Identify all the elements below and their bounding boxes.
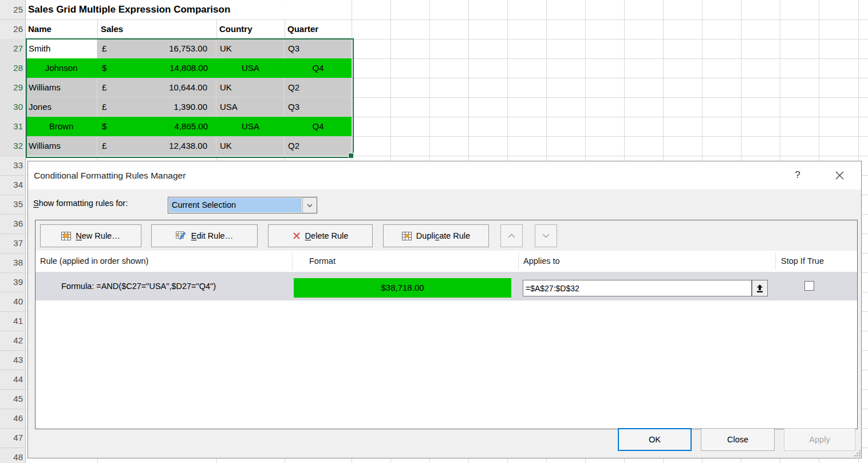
header-divider	[292, 252, 293, 270]
amount-value: 10,644.00	[169, 78, 207, 97]
column-header-country[interactable]: Country	[219, 19, 252, 39]
row-header[interactable]: 29	[0, 78, 24, 98]
cell-D31[interactable]: Q4	[285, 117, 352, 136]
new-rule-button[interactable]: New Rule…	[40, 224, 141, 247]
currency-symbol: $	[102, 117, 106, 136]
cell-A29[interactable]: Williams	[25, 78, 97, 97]
row-header[interactable]: 43	[0, 350, 24, 370]
currency-symbol: £	[102, 39, 106, 58]
resize-grip[interactable]	[854, 450, 861, 457]
cell-B27[interactable]: £16,753.00	[97, 39, 216, 58]
chevron-down-icon[interactable]	[302, 197, 317, 213]
row-header[interactable]: 25	[0, 0, 24, 20]
cell-D29[interactable]: Q2	[285, 78, 352, 97]
rule-formula-text: Formula: =AND($C27="USA",$D27="Q4")	[61, 272, 216, 300]
column-header-name[interactable]: Name	[28, 19, 52, 39]
gridline	[0, 19, 868, 20]
header-divider	[518, 252, 519, 270]
currency-symbol: £	[102, 78, 106, 97]
row-header[interactable]: 28	[0, 58, 24, 78]
label-post: how formatting rules for:	[39, 199, 128, 208]
ok-button[interactable]: OK	[618, 428, 692, 451]
row-header[interactable]: 32	[0, 136, 24, 156]
close-icon[interactable]	[832, 168, 847, 183]
row-header[interactable]: 31	[0, 117, 24, 137]
row-header[interactable]: 33	[0, 156, 24, 176]
row-header[interactable]: 38	[0, 253, 24, 273]
cell-C31[interactable]: USA	[216, 117, 285, 136]
cell-C32[interactable]: UK	[216, 136, 285, 156]
delete-rule-label: Delete Rule	[305, 231, 349, 240]
list-header-stop-if-true: Stop If True	[781, 251, 824, 271]
stop-if-true-checkbox[interactable]	[804, 281, 814, 291]
cell-B30[interactable]: £1,390.00	[97, 97, 216, 117]
cell-A28[interactable]: Johnson	[25, 58, 97, 78]
list-header-applies-to: Applies to	[523, 251, 560, 271]
rules-toolbar: New Rule… Edit Rule… Delete Rule	[35, 220, 857, 251]
duplicate-rule-button[interactable]: Duplicate Rule	[383, 224, 489, 247]
row-header[interactable]: 46	[0, 409, 24, 429]
row-header[interactable]: 40	[0, 292, 24, 312]
show-formatting-rules-label: Show formatting rules for:	[33, 196, 128, 211]
close-button[interactable]: Close	[701, 428, 775, 451]
cell-B29[interactable]: £10,644.00	[97, 78, 216, 97]
cell-A30[interactable]: Jones	[25, 97, 97, 117]
cell-C29[interactable]: UK	[216, 78, 285, 97]
cell-C28[interactable]: USA	[216, 58, 285, 78]
column-header-sales[interactable]: Sales	[101, 19, 123, 39]
row-header[interactable]: 30	[0, 97, 24, 117]
gridline	[0, 156, 868, 156]
cell-C30[interactable]: USA	[216, 97, 285, 117]
applies-to-input[interactable]	[523, 280, 752, 296]
table-grid-icon	[61, 232, 71, 240]
move-rule-down-button[interactable]	[535, 224, 557, 247]
row-header[interactable]: 45	[0, 389, 24, 409]
row-header[interactable]: 37	[0, 234, 24, 254]
row-header[interactable]: 35	[0, 195, 24, 215]
move-rule-up-button[interactable]	[500, 224, 523, 247]
rules-panel: New Rule… Edit Rule… Delete Rule	[35, 220, 858, 429]
dialog-title: Conditional Formatting Rules Manager	[34, 161, 186, 189]
label-key: S	[33, 199, 39, 208]
cell-D28[interactable]: Q4	[285, 58, 352, 78]
table-pencil-icon	[176, 231, 187, 240]
rule-list-row[interactable]: Formula: =AND($C27="USA",$D27="Q4") $38,…	[35, 272, 857, 300]
cell-D32[interactable]: Q2	[285, 136, 352, 156]
column-header-quarter[interactable]: Quarter	[287, 19, 318, 39]
cell-B32[interactable]: £12,438.00	[97, 136, 216, 156]
cell-B28[interactable]: $14,808.00	[97, 58, 216, 78]
row-header[interactable]: 47	[0, 428, 24, 448]
cell-A27[interactable]: Smith	[25, 39, 97, 58]
collapse-dialog-icon[interactable]	[752, 280, 768, 296]
edit-rule-button[interactable]: Edit Rule…	[151, 224, 258, 247]
cell-D30[interactable]: Q3	[285, 97, 352, 117]
duplicate-rule-label: Duplicate Rule	[416, 231, 470, 240]
amount-value: 4,865.00	[175, 117, 208, 136]
cell-B31[interactable]: $4,865.00	[97, 117, 216, 136]
row-header[interactable]: 34	[0, 175, 24, 195]
cell-A31[interactable]: Brown	[25, 117, 97, 136]
delete-rule-button[interactable]: Delete Rule	[268, 224, 373, 247]
cell-C27[interactable]: UK	[216, 39, 285, 58]
row-header[interactable]: 36	[0, 214, 24, 234]
selection-fill-handle[interactable]	[348, 153, 354, 159]
new-rule-label: New Rule…	[76, 231, 120, 240]
format-preview: $38,718.00	[294, 278, 511, 298]
excel-window: Sales Grid Multiple Expression Compariso…	[0, 0, 868, 463]
scope-dropdown[interactable]: Current Selection	[168, 197, 317, 213]
cell-D27[interactable]: Q3	[285, 39, 352, 58]
conditional-formatting-rules-manager-dialog: Conditional Formatting Rules Manager ? S…	[27, 161, 862, 458]
apply-button[interactable]: Apply	[784, 428, 855, 451]
sheet-title-cell[interactable]: Sales Grid Multiple Expression Compariso…	[28, 0, 230, 19]
row-header[interactable]: 26	[0, 19, 24, 39]
dialog-titlebar[interactable]: Conditional Formatting Rules Manager ?	[28, 161, 861, 189]
row-header[interactable]: 44	[0, 370, 24, 390]
row-header[interactable]: 39	[0, 272, 24, 292]
cell-A32[interactable]: Williams	[25, 136, 97, 156]
row-header[interactable]: 27	[0, 39, 24, 59]
chevron-up-icon	[508, 234, 515, 238]
row-header[interactable]: 42	[0, 331, 24, 351]
row-header[interactable]: 41	[0, 311, 24, 331]
row-header[interactable]: 48	[0, 448, 24, 463]
help-button[interactable]: ?	[791, 168, 804, 182]
